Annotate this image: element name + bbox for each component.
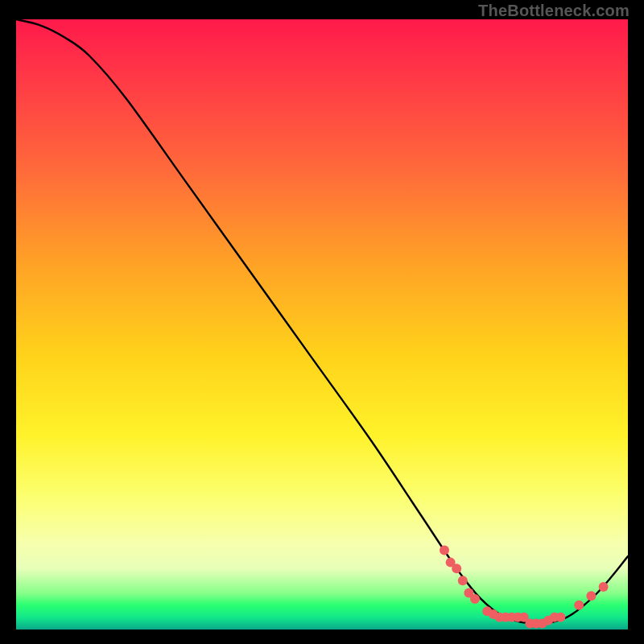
bottleneck-curve <box>16 19 628 623</box>
marker-point <box>470 594 480 604</box>
marker-point <box>599 582 609 592</box>
chart-overlay <box>16 19 628 630</box>
marker-point <box>555 613 565 622</box>
chart-stage: TheBottleneck.com <box>0 0 644 644</box>
marker-point <box>458 576 468 585</box>
marker-point <box>586 591 596 601</box>
plot-area <box>16 19 628 630</box>
highlighted-points <box>440 545 609 628</box>
marker-point <box>574 601 584 610</box>
marker-point <box>452 564 461 573</box>
marker-point <box>440 545 449 555</box>
attribution-text: TheBottleneck.com <box>478 2 630 20</box>
